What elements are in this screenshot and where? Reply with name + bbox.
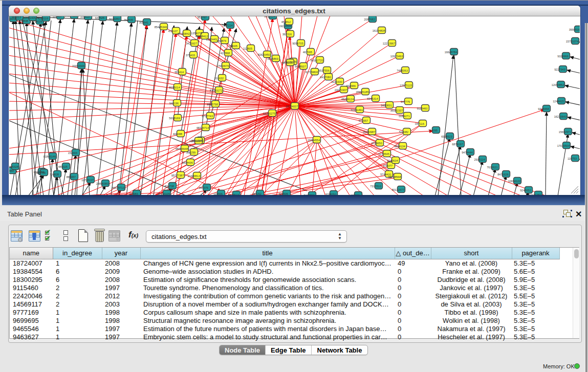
svg-text:2935114: 2935114 xyxy=(474,158,485,161)
svg-text:201632: 201632 xyxy=(214,77,224,80)
svg-text:6537556: 6537556 xyxy=(318,69,329,72)
svg-text:489325: 489325 xyxy=(58,165,68,168)
svg-text:8685014: 8685014 xyxy=(169,86,180,89)
svg-text:12975115: 12975115 xyxy=(400,84,412,87)
svg-text:26284987: 26284987 xyxy=(363,130,375,134)
svg-text:678377: 678377 xyxy=(383,164,393,167)
svg-text:524082: 524082 xyxy=(399,130,408,134)
svg-text:6417080: 6417080 xyxy=(320,76,331,79)
svg-text:534874: 534874 xyxy=(217,39,226,42)
svg-text:43320037: 43320037 xyxy=(189,140,202,143)
svg-text:0143634: 0143634 xyxy=(387,159,398,162)
svg-text:997376: 997376 xyxy=(199,186,208,189)
svg-text:80132677: 80132677 xyxy=(392,188,404,191)
svg-text:366299: 366299 xyxy=(186,151,195,154)
svg-text:18724007: 18724007 xyxy=(286,105,298,108)
svg-text:05865185: 05865185 xyxy=(356,91,368,94)
svg-text:19384554: 19384554 xyxy=(308,139,320,142)
svg-text:362316: 362316 xyxy=(282,33,292,36)
svg-text:5876036: 5876036 xyxy=(281,61,292,64)
svg-text:82620450: 82620450 xyxy=(258,53,270,56)
svg-text:5744431: 5744431 xyxy=(380,173,391,176)
svg-text:12213967: 12213967 xyxy=(383,42,395,45)
svg-text:9474444: 9474444 xyxy=(462,151,472,154)
svg-text:375433: 375433 xyxy=(186,54,195,57)
svg-text:112805: 112805 xyxy=(243,47,252,50)
svg-text:406088: 406088 xyxy=(173,133,182,136)
svg-text:669784: 669784 xyxy=(36,171,46,174)
svg-text:9096705: 9096705 xyxy=(292,42,303,45)
svg-text:19218506: 19218506 xyxy=(279,25,291,28)
svg-text:467065: 467065 xyxy=(303,51,312,54)
svg-text:16154808: 16154808 xyxy=(373,29,385,32)
svg-text:3419283: 3419283 xyxy=(108,17,119,20)
svg-text:8471626: 8471626 xyxy=(497,173,508,176)
svg-text:154303: 154303 xyxy=(68,151,77,155)
svg-text:6938923: 6938923 xyxy=(441,135,452,138)
svg-text:423884: 423884 xyxy=(9,169,14,172)
svg-text:87083172: 87083172 xyxy=(210,89,222,92)
svg-text:9329966: 9329966 xyxy=(557,55,568,58)
svg-text:31931491: 31931491 xyxy=(351,108,363,112)
svg-text:904966: 904966 xyxy=(346,84,356,87)
svg-text:95777387: 95777387 xyxy=(171,174,184,177)
svg-text:9215958: 9215958 xyxy=(538,107,549,111)
svg-text:9894134: 9894134 xyxy=(394,145,405,148)
svg-text:46578713: 46578713 xyxy=(112,186,124,189)
svg-text:704828: 704828 xyxy=(50,173,59,176)
svg-text:15300275: 15300275 xyxy=(263,112,275,115)
svg-text:9115460: 9115460 xyxy=(417,107,427,110)
svg-text:947775: 947775 xyxy=(401,100,410,103)
svg-text:45299124: 45299124 xyxy=(341,98,354,101)
svg-text:116753: 116753 xyxy=(568,157,577,160)
svg-text:671657: 671657 xyxy=(359,119,368,122)
svg-text:8895798: 8895798 xyxy=(207,103,217,106)
svg-text:90162720: 90162720 xyxy=(311,59,323,62)
svg-text:940196: 940196 xyxy=(169,102,179,105)
svg-text:960013: 960013 xyxy=(12,16,21,19)
svg-text:5698169: 5698169 xyxy=(169,117,180,120)
svg-text:9245652: 9245652 xyxy=(520,189,531,192)
svg-text:2087682: 2087682 xyxy=(364,18,375,21)
svg-text:880957: 880957 xyxy=(67,176,76,179)
svg-text:475107: 475107 xyxy=(168,30,178,33)
svg-text:24896383: 24896383 xyxy=(96,182,108,185)
svg-text:6945314: 6945314 xyxy=(367,97,378,100)
svg-text:103413: 103413 xyxy=(80,16,90,18)
svg-text:7857224: 7857224 xyxy=(222,24,232,27)
svg-text:23271937: 23271937 xyxy=(335,89,347,92)
svg-text:8813054: 8813054 xyxy=(264,16,275,18)
svg-text:764835: 764835 xyxy=(124,18,133,21)
svg-text:047116: 047116 xyxy=(415,122,424,125)
svg-text:7632621: 7632621 xyxy=(487,166,497,169)
svg-text:48734714: 48734714 xyxy=(197,126,209,129)
svg-text:1244415: 1244415 xyxy=(553,100,563,103)
svg-text:7485063: 7485063 xyxy=(397,69,407,72)
svg-text:9227343: 9227343 xyxy=(554,68,565,71)
svg-text:16184959: 16184959 xyxy=(65,16,77,17)
svg-text:559407: 559407 xyxy=(53,16,62,18)
svg-text:6688937: 6688937 xyxy=(295,65,306,68)
svg-text:3799650: 3799650 xyxy=(371,142,382,145)
svg-text:3421607: 3421607 xyxy=(186,42,197,45)
svg-text:9480831: 9480831 xyxy=(381,104,391,107)
svg-text:365414: 365414 xyxy=(175,71,184,74)
svg-text:17693676: 17693676 xyxy=(216,64,229,68)
svg-text:164095: 164095 xyxy=(428,129,438,132)
svg-text:96965328: 96965328 xyxy=(9,165,18,168)
svg-text:953767: 953767 xyxy=(198,16,207,19)
svg-text:6879197: 6879197 xyxy=(452,143,463,146)
svg-text:3794026: 3794026 xyxy=(31,20,42,23)
svg-text:11718227: 11718227 xyxy=(81,179,94,182)
svg-text:0084271: 0084271 xyxy=(399,115,409,118)
svg-text:427868: 427868 xyxy=(221,52,230,55)
svg-text:5273545: 5273545 xyxy=(378,152,389,156)
svg-text:85435346: 85435346 xyxy=(155,26,167,29)
svg-text:62729806: 62729806 xyxy=(306,71,318,74)
svg-text:455812: 455812 xyxy=(281,20,291,24)
svg-text:15751074: 15751074 xyxy=(566,40,578,43)
svg-text:1182449: 1182449 xyxy=(206,38,216,41)
svg-text:12093852: 12093852 xyxy=(552,83,564,86)
svg-text:17016504: 17016504 xyxy=(557,144,570,147)
svg-text:4235116: 4235116 xyxy=(37,17,48,20)
